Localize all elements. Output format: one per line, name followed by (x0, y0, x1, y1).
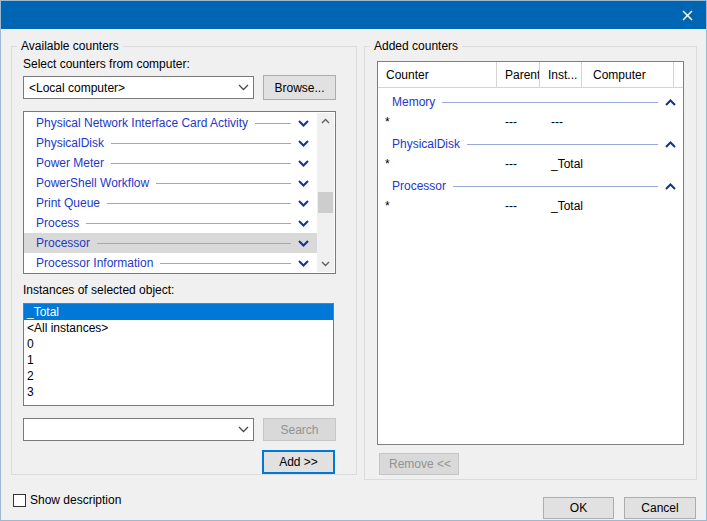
browse-button[interactable]: Browse... (263, 75, 336, 100)
available-counters-group-label: Available counters (17, 39, 123, 53)
search-button[interactable]: Search (263, 418, 336, 441)
column-header-parent[interactable]: Parent (497, 62, 540, 87)
expand-chevron-down-icon[interactable] (298, 220, 309, 227)
chevron-down-icon (233, 426, 253, 433)
search-combobox[interactable] (23, 418, 254, 441)
counter-item[interactable]: Processor Information (24, 253, 317, 273)
counter-item[interactable]: PhysicalDisk (24, 133, 317, 153)
expand-chevron-down-icon[interactable] (298, 260, 309, 267)
cancel-button[interactable]: Cancel (624, 497, 696, 519)
select-computer-label: Select counters from computer: (23, 57, 190, 71)
instance-item[interactable]: 3 (24, 384, 333, 400)
counter-group-row[interactable]: Processor (378, 176, 683, 196)
expand-chevron-down-icon[interactable] (298, 140, 309, 147)
counters-scrollbar[interactable] (317, 113, 334, 272)
collapse-chevron-up-icon[interactable] (665, 99, 676, 106)
instance-item[interactable]: <All instances> (24, 320, 333, 336)
remove-button[interactable]: Remove << (379, 453, 459, 475)
expand-chevron-down-icon[interactable] (298, 240, 309, 247)
scrollbar-thumb[interactable] (318, 192, 333, 213)
table-row[interactable]: * --- _Total (378, 196, 683, 216)
computer-combobox[interactable]: <Local computer> (23, 76, 254, 99)
close-button[interactable] (670, 1, 704, 29)
instance-item[interactable]: 2 (24, 368, 333, 384)
expand-chevron-down-icon[interactable] (298, 200, 309, 207)
collapse-chevron-up-icon[interactable] (665, 183, 676, 190)
instance-item[interactable]: 0 (24, 336, 333, 352)
add-button[interactable]: Add >> (262, 450, 335, 474)
column-header-counter[interactable]: Counter (378, 62, 497, 87)
counter-item[interactable]: Process (24, 213, 317, 233)
instance-item-selected[interactable]: _Total (24, 304, 333, 320)
expand-chevron-down-icon[interactable] (298, 160, 309, 167)
counter-item[interactable]: Print Queue (24, 193, 317, 213)
expand-chevron-down-icon[interactable] (298, 180, 309, 187)
added-counters-group-label: Added counters (370, 39, 462, 53)
ok-button[interactable]: OK (543, 497, 614, 519)
instances-label: Instances of selected object: (23, 283, 174, 297)
counter-item-selected[interactable]: Processor (24, 233, 317, 253)
chevron-down-icon (233, 84, 253, 91)
add-counters-dialog: Available counters Added counters Select… (0, 0, 707, 521)
collapse-chevron-up-icon[interactable] (665, 141, 676, 148)
table-row[interactable]: * --- _Total (378, 154, 683, 174)
counter-item[interactable]: Physical Network Interface Card Activity (24, 113, 317, 133)
column-header-computer[interactable]: Computer (582, 62, 674, 87)
scroll-up-icon[interactable] (317, 113, 334, 129)
counter-item[interactable]: Power Meter (24, 153, 317, 173)
show-description-checkbox[interactable] (13, 494, 26, 507)
scroll-down-icon[interactable] (317, 256, 334, 272)
table-body: Memory * --- --- PhysicalDisk * --- _Tot… (378, 88, 683, 216)
table-row[interactable]: * --- --- (378, 112, 683, 132)
instance-item[interactable]: 1 (24, 352, 333, 368)
computer-combobox-value: <Local computer> (29, 81, 125, 95)
counter-item[interactable]: PowerShell Workflow (24, 173, 317, 193)
close-icon (682, 10, 693, 21)
expand-chevron-down-icon[interactable] (298, 120, 309, 127)
added-counters-table: Counter Parent Inst... Computer Memory *… (377, 61, 684, 445)
counter-group-row[interactable]: Memory (378, 92, 683, 112)
show-description-label: Show description (30, 494, 121, 507)
table-header: Counter Parent Inst... Computer (378, 62, 683, 88)
instances-listbox: _Total <All instances> 0 1 2 3 (23, 303, 334, 406)
column-header-instance[interactable]: Inst... (540, 62, 582, 87)
counters-listbox: Physical Network Interface Card Activity… (23, 111, 336, 274)
titlebar (1, 1, 707, 29)
counter-group-row[interactable]: PhysicalDisk (378, 134, 683, 154)
